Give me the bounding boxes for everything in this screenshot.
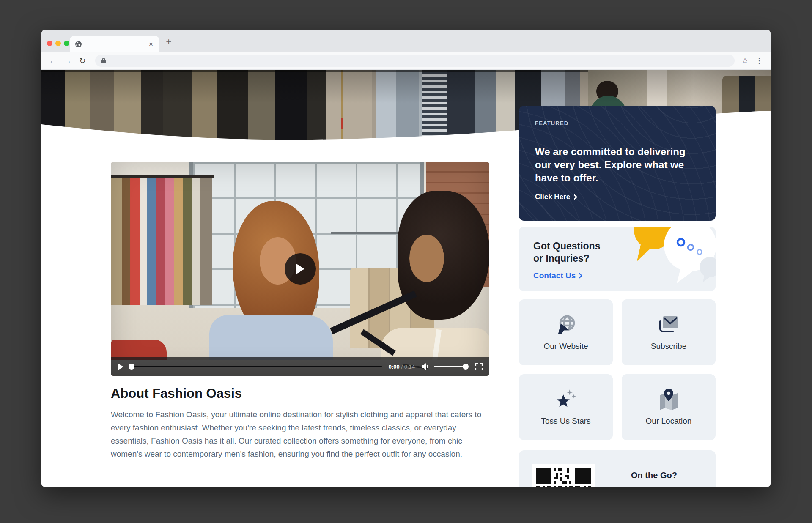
- globe-cursor-icon: [555, 314, 577, 335]
- quick-link-our-website[interactable]: Our Website: [519, 299, 613, 365]
- featured-eyebrow: FEATURED: [535, 120, 700, 126]
- forward-icon[interactable]: →: [62, 55, 73, 66]
- quick-link-subscribe[interactable]: Subscribe: [622, 299, 716, 365]
- featured-cta-label: Click Here: [535, 193, 570, 201]
- toolbar-right: ☆ ⋮: [741, 56, 765, 66]
- browser-toolbar: ← → ↻ ☆ ⋮: [41, 52, 771, 70]
- video-play-button[interactable]: [118, 363, 123, 370]
- maximize-window-button[interactable]: [64, 41, 69, 46]
- map-pin-icon: [657, 389, 680, 410]
- back-icon[interactable]: ←: [47, 55, 58, 66]
- address-bar[interactable]: [95, 55, 735, 67]
- envelope-icon: [658, 314, 680, 335]
- star-sparkles-icon: [554, 389, 577, 410]
- window-controls: [47, 41, 69, 46]
- fullscreen-icon[interactable]: [475, 363, 483, 370]
- video-time-total: 0:14: [404, 364, 415, 370]
- about-paragraph: Welcome to Fashion Oasis, your ultimate …: [111, 408, 494, 460]
- featured-cta-link[interactable]: Click Here: [535, 193, 577, 201]
- quick-link-toss-us-stars[interactable]: Toss Us Stars: [519, 374, 613, 440]
- contact-us-link[interactable]: Contact Us: [533, 271, 582, 280]
- browser-tab[interactable]: ×: [70, 36, 159, 52]
- chevron-right-icon: [579, 273, 582, 279]
- volume-slider-thumb[interactable]: [463, 364, 469, 370]
- play-icon: [296, 263, 305, 274]
- page-content: 0:00 / 0:14 About Fashion Oasis Wel: [41, 70, 771, 487]
- on-the-go-card: On the Go?: [519, 450, 716, 487]
- browser-menu-icon[interactable]: ⋮: [755, 56, 763, 66]
- close-window-button[interactable]: [47, 41, 52, 46]
- quick-link-label: Our Location: [646, 416, 692, 426]
- video-player[interactable]: 0:00 / 0:14: [111, 162, 489, 376]
- quick-link-label: Our Website: [543, 342, 588, 351]
- volume-slider[interactable]: [434, 366, 468, 367]
- minimize-window-button[interactable]: [55, 41, 61, 46]
- video-progress-bar[interactable]: [129, 366, 382, 367]
- featured-heading: We are committed to delivering our very …: [535, 145, 700, 184]
- featured-card: FEATURED We are committed to delivering …: [519, 106, 716, 221]
- video-time-current: 0:00: [389, 364, 400, 370]
- questions-heading: Got Questions or Inquries?: [533, 240, 716, 265]
- globe-favicon-icon: [75, 41, 82, 48]
- quick-link-label: Toss Us Stars: [541, 416, 590, 426]
- tab-close-icon[interactable]: ×: [148, 41, 154, 48]
- browser-tab-bar: × +: [41, 30, 771, 52]
- about-heading: About Fashion Oasis: [111, 386, 242, 401]
- chevron-right-icon: [573, 194, 577, 200]
- video-progress-thumb[interactable]: [129, 364, 134, 370]
- reload-icon[interactable]: ↻: [77, 55, 88, 66]
- video-play-overlay-button[interactable]: [285, 253, 316, 285]
- quick-link-our-location[interactable]: Our Location: [622, 374, 716, 440]
- on-the-go-label: On the Go?: [631, 471, 677, 480]
- video-timestamp: 0:00 / 0:14: [389, 364, 415, 370]
- video-control-bar: 0:00 / 0:14: [111, 357, 489, 376]
- desktop-background: × + ← → ↻ ☆ ⋮: [0, 0, 812, 523]
- quick-link-label: Subscribe: [651, 342, 687, 351]
- new-tab-button[interactable]: +: [162, 36, 175, 48]
- questions-card: Got Questions or Inquries? Contact Us: [519, 227, 716, 291]
- contact-us-label: Contact Us: [533, 271, 576, 280]
- video-time-separator: /: [401, 364, 403, 370]
- browser-window: × + ← → ↻ ☆ ⋮: [41, 30, 771, 487]
- lock-icon: [101, 58, 106, 64]
- bookmark-star-icon[interactable]: ☆: [741, 56, 749, 66]
- qr-code: [532, 464, 595, 487]
- volume-icon[interactable]: [422, 363, 430, 370]
